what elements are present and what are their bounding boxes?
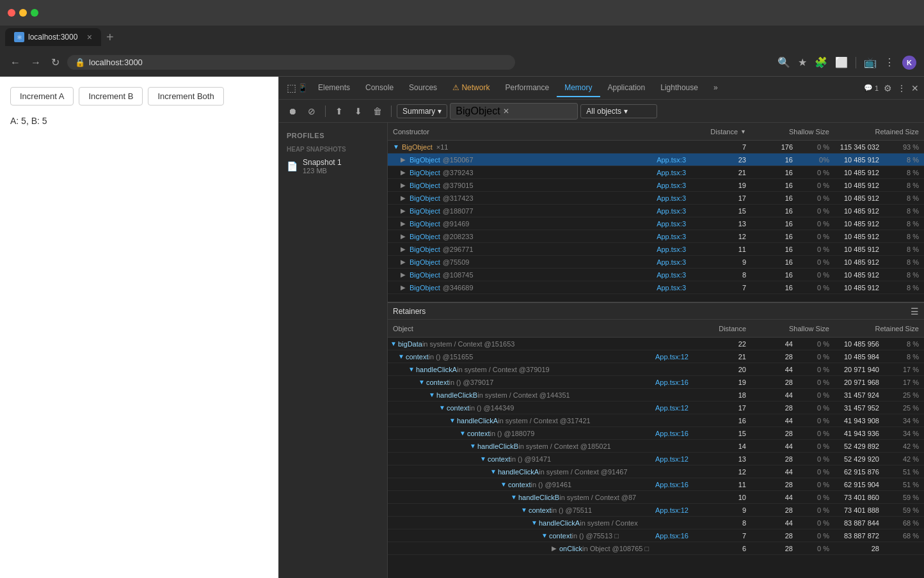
source-link[interactable]: App.tsx:12 — [655, 404, 691, 412]
expand-icon[interactable]: ▼ — [500, 481, 508, 488]
heap-row[interactable]: ▶ BigObject @91469 App.tsx:3 13 16 0 % 1… — [388, 217, 924, 230]
expand-icon[interactable]: ▼ — [439, 404, 447, 411]
heap-group-row[interactable]: ▼ BigObject ×11 7 176 0 % 115 345 032 93… — [388, 141, 924, 153]
expand-icon[interactable]: ▼ — [408, 366, 416, 373]
new-tab-button[interactable]: + — [106, 30, 114, 45]
tab-application[interactable]: Application — [600, 79, 653, 97]
cast-icon[interactable]: 📺 — [864, 56, 877, 68]
settings-button[interactable]: ⚙ — [884, 83, 892, 93]
expand-icon[interactable]: ▶ — [552, 545, 559, 552]
source-link[interactable]: App.tsx:16 — [655, 481, 691, 488]
stop-button[interactable]: ⊘ — [303, 103, 320, 120]
source-link[interactable]: App.tsx:16 — [655, 379, 691, 386]
expand-icon[interactable]: ▶ — [401, 258, 408, 265]
expand-icon[interactable]: ▼ — [393, 143, 401, 150]
tab-network[interactable]: ⚠ Network — [445, 79, 497, 97]
ret-header-retained[interactable]: Retained Size — [834, 325, 924, 332]
header-distance[interactable]: Distance ▼ — [694, 128, 751, 136]
source-link[interactable]: App.tsx:3 — [657, 258, 691, 266]
search-icon[interactable]: 🔍 — [777, 56, 790, 68]
retainer-row[interactable]: ▼ handleClickA in system / Context @3174… — [388, 414, 924, 427]
increment-both-button[interactable]: Increment Both — [148, 87, 223, 105]
heap-row[interactable]: ▶ BigObject @317423 App.tsx:3 17 16 0 % … — [388, 192, 924, 205]
upload-button[interactable]: ⬆ — [331, 103, 347, 120]
ret-header-shallow[interactable]: Shallow Size — [751, 325, 834, 332]
expand-icon[interactable]: ▼ — [449, 417, 457, 424]
expand-icon[interactable]: ▶ — [401, 284, 408, 291]
retainer-row[interactable]: ▼ bigData in system / Context @151653 22… — [388, 338, 924, 350]
minimize-button[interactable] — [19, 9, 27, 17]
heap-row[interactable]: ▶ BigObject @346689 App.tsx:3 7 16 0 % 1… — [388, 281, 924, 294]
increment-b-button[interactable]: Increment B — [79, 87, 143, 105]
address-bar[interactable]: 🔒 localhost:3000 — [67, 55, 515, 70]
heap-row[interactable]: ▶ BigObject @75509 App.tsx:3 9 16 0 % 10… — [388, 256, 924, 269]
expand-icon[interactable]: ▶ — [401, 246, 408, 253]
expand-icon[interactable]: ▼ — [531, 519, 539, 526]
close-button[interactable] — [8, 9, 15, 17]
heap-row[interactable]: ▶ BigObject @150067 App.tsx:3 23 16 0% 1… — [388, 153, 924, 166]
retainer-row[interactable]: ▶ onClick in Object @108765 □ 6 28 0 % 2… — [388, 542, 924, 555]
bookmark-icon[interactable]: ★ — [798, 56, 807, 68]
heap-row[interactable]: ▶ BigObject @188077 App.tsx:3 15 16 0 % … — [388, 205, 924, 217]
ret-header-distance[interactable]: Distance — [694, 325, 751, 332]
retainer-row[interactable]: ▼ context in () @75513 □ App.tsx:16 7 28… — [388, 529, 924, 542]
source-link[interactable]: App.tsx:12 — [655, 506, 691, 514]
tab-sources[interactable]: Sources — [401, 79, 445, 97]
expand-icon[interactable]: ▶ — [401, 169, 408, 176]
heap-row[interactable]: ▶ BigObject @296771 App.tsx:3 11 16 0 % … — [388, 243, 924, 256]
expand-icon[interactable]: ▼ — [490, 468, 498, 475]
retainer-row[interactable]: ▼ handleClickA in system / Context @3790… — [388, 363, 924, 376]
retainers-menu-icon[interactable]: ☰ — [911, 306, 919, 316]
expand-icon[interactable]: ▶ — [401, 233, 408, 240]
header-shallow[interactable]: Shallow Size — [751, 128, 834, 136]
extensions-icon[interactable]: 🧩 — [815, 56, 827, 68]
source-link[interactable]: App.tsx:12 — [655, 455, 691, 463]
expand-icon[interactable]: ▼ — [418, 379, 426, 386]
source-link[interactable]: App.tsx:3 — [657, 169, 691, 176]
tab-close-button[interactable]: × — [87, 32, 92, 42]
tab-more[interactable]: » — [706, 79, 726, 97]
retainer-row[interactable]: ▼ context in () @188079 App.tsx:16 15 28… — [388, 427, 924, 440]
maximize-button[interactable] — [31, 9, 38, 17]
retainer-row[interactable]: ▼ context in () @151655 App.tsx:12 21 28… — [388, 350, 924, 363]
expand-icon[interactable]: ▶ — [401, 207, 408, 214]
increment-a-button[interactable]: Increment A — [10, 87, 74, 105]
header-constructor[interactable]: Constructor — [388, 128, 694, 136]
refresh-button[interactable]: ↻ — [49, 54, 62, 71]
browser-tab[interactable]: ⚛ localhost:3000 × — [5, 28, 101, 46]
tab-elements[interactable]: Elements — [310, 79, 358, 97]
expand-icon[interactable]: ▼ — [480, 455, 488, 462]
source-link[interactable]: App.tsx:3 — [657, 220, 691, 228]
expand-icon[interactable]: ▶ — [401, 271, 408, 278]
profile-badge[interactable]: K — [902, 56, 916, 70]
expand-icon[interactable]: ▼ — [521, 506, 529, 513]
filter-input[interactable]: BigObject ✕ — [450, 103, 578, 120]
source-link[interactable]: App.tsx:16 — [655, 532, 691, 540]
retainer-row[interactable]: ▼ handleClickB in system / Context @1443… — [388, 389, 924, 402]
tab-console[interactable]: Console — [358, 79, 401, 97]
expand-icon[interactable]: ▶ — [401, 156, 408, 163]
retainer-row[interactable]: ▼ context in () @91461 App.tsx:16 11 28 … — [388, 478, 924, 491]
snapshot-1-item[interactable]: 📄 Snapshot 1 123 MB — [279, 154, 387, 178]
source-link[interactable]: App.tsx:3 — [657, 246, 691, 253]
filter-clear-button[interactable]: ✕ — [503, 107, 509, 116]
header-retained[interactable]: Retained Size — [834, 128, 924, 136]
download-button[interactable]: ⬇ — [350, 103, 367, 120]
expand-icon[interactable]: ▼ — [390, 340, 398, 347]
record-button[interactable]: ⏺ — [284, 103, 301, 120]
expand-icon[interactable]: ▼ — [511, 494, 518, 501]
source-link[interactable]: App.tsx:3 — [657, 233, 691, 240]
close-devtools-button[interactable]: ✕ — [911, 83, 919, 93]
source-link[interactable]: App.tsx:3 — [657, 284, 691, 292]
expand-icon[interactable]: ▼ — [398, 353, 406, 360]
source-link[interactable]: App.tsx:3 — [657, 182, 691, 189]
heap-row[interactable]: ▶ BigObject @379243 App.tsx:3 21 16 0 % … — [388, 166, 924, 179]
source-link[interactable]: App.tsx:3 — [657, 271, 691, 279]
retainer-row[interactable]: ▼ context in () @144349 App.tsx:12 17 28… — [388, 402, 924, 414]
expand-icon[interactable]: ▶ — [401, 194, 408, 201]
all-objects-dropdown[interactable]: All objects ▾ — [580, 104, 657, 118]
more-options-button[interactable]: ⋮ — [897, 83, 906, 93]
summary-dropdown[interactable]: Summary ▾ — [397, 104, 447, 118]
menu-icon[interactable]: ⋮ — [884, 56, 895, 68]
tab-memory[interactable]: Memory — [557, 79, 600, 97]
